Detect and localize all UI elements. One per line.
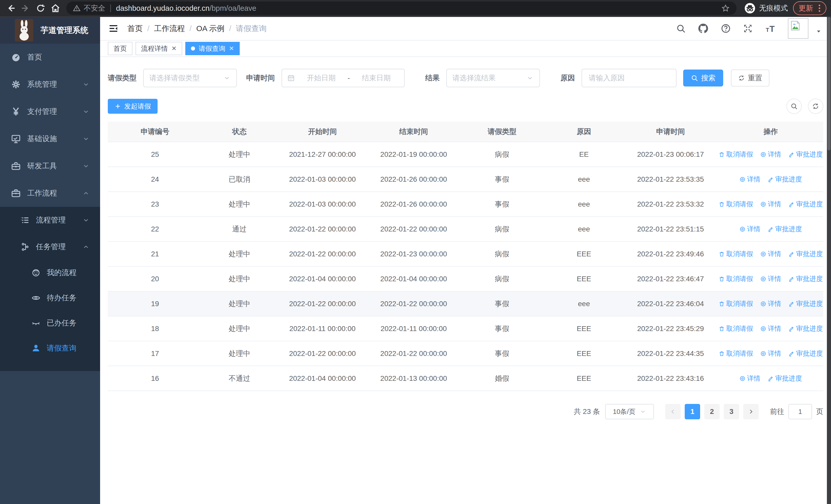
detail-action-link[interactable]: 详情: [760, 349, 781, 358]
address-bar[interactable]: 不安全 dashboard.yudao.iocoder.cn /bpm/oa/l…: [66, 2, 737, 15]
browser-home-button[interactable]: [49, 2, 62, 15]
progress-action-link[interactable]: 审批进度: [789, 324, 823, 333]
progress-action-link[interactable]: 审批进度: [789, 274, 823, 283]
breadcrumb-item[interactable]: OA 示例: [196, 23, 225, 34]
avatar-dropdown-caret-icon[interactable]: [815, 28, 822, 35]
cancel-action-link[interactable]: 取消请假: [719, 200, 753, 209]
page-button-2[interactable]: 2: [704, 404, 720, 419]
fullscreen-icon[interactable]: [743, 23, 753, 34]
detail-action-link[interactable]: 详情: [739, 175, 761, 184]
window-scrollbar[interactable]: [827, 17, 831, 504]
page-button-3[interactable]: 3: [724, 404, 739, 419]
cancel-action-link[interactable]: 取消请假: [719, 274, 753, 283]
sidebar-item-task-mgmt[interactable]: 任务管理: [0, 234, 100, 260]
sidebar-item-label: 支付管理: [27, 107, 57, 117]
sidebar-item-process-mgmt[interactable]: 流程管理: [0, 207, 100, 234]
leave-type-select[interactable]: 请选择请假类型: [143, 69, 237, 87]
github-icon[interactable]: [697, 23, 709, 34]
page-size-select[interactable]: 10条/页: [605, 404, 654, 419]
next-page-button[interactable]: [743, 404, 758, 419]
refresh-table-button[interactable]: [808, 98, 823, 114]
cancel-action-link[interactable]: 取消请假: [719, 324, 753, 333]
goto-page-input[interactable]: 1: [789, 404, 812, 419]
toggle-search-button[interactable]: [786, 98, 802, 114]
progress-action-link[interactable]: 审批进度: [768, 175, 802, 184]
reason-input[interactable]: 请输入原因: [581, 69, 677, 87]
table-cell: 2022-01-26 00:00:00: [368, 175, 459, 183]
tab-流程详情[interactable]: 流程详情✕: [136, 42, 182, 55]
help-icon[interactable]: [721, 23, 731, 34]
bookmark-star-icon[interactable]: [721, 4, 730, 12]
detail-action-link[interactable]: 详情: [739, 225, 761, 234]
cancel-action-link[interactable]: 取消请假: [719, 349, 753, 358]
table-row[interactable]: 16不通过2022-01-04 00:00:002022-01-13 00:00…: [108, 366, 823, 391]
tab-请假查询[interactable]: 请假查询✕: [185, 42, 240, 55]
font-size-icon[interactable]: TT: [765, 23, 776, 34]
detail-action-link[interactable]: 详情: [760, 200, 781, 209]
cancel-action-link[interactable]: 取消请假: [719, 249, 753, 259]
table-row[interactable]: 20处理中2022-01-04 00:00:002022-01-04 00:00…: [108, 267, 823, 292]
sidebar-item-done-tasks[interactable]: 已办任务: [0, 310, 100, 336]
table-row[interactable]: 17处理中2022-01-22 00:00:002022-01-22 00:00…: [108, 341, 823, 366]
browser-reload-button[interactable]: [34, 2, 47, 15]
browser-menu-icon[interactable]: [817, 5, 822, 12]
sidebar-item-system[interactable]: 系统管理: [0, 71, 100, 98]
table-row[interactable]: 18处理中2022-01-11 00:00:002022-01-11 00:00…: [108, 317, 823, 341]
detail-action-link[interactable]: 详情: [760, 249, 781, 259]
collapse-sidebar-icon[interactable]: [108, 23, 119, 34]
sidebar-item-home[interactable]: 首页: [0, 43, 100, 71]
scrollbar-thumb[interactable]: [827, 17, 830, 150]
sidebar-item-my-process[interactable]: 我的流程: [0, 260, 100, 285]
table-row[interactable]: 25处理中2021-12-27 00:00:002022-01-19 00:00…: [108, 142, 823, 167]
tab-label: 首页: [113, 44, 127, 53]
sidebar-item-todo-tasks[interactable]: 待办任务: [0, 285, 100, 310]
breadcrumb-item[interactable]: 工作流程: [154, 23, 185, 34]
avatar[interactable]: [788, 18, 808, 39]
progress-action-link[interactable]: 审批进度: [789, 200, 823, 209]
forward-icon: [21, 3, 31, 13]
close-tab-icon[interactable]: ✕: [229, 46, 234, 52]
detail-action-link[interactable]: 详情: [760, 299, 781, 308]
detail-action-link[interactable]: 详情: [760, 324, 781, 333]
chevron-right-icon: [748, 409, 754, 415]
table-row[interactable]: 21处理中2022-01-22 00:00:002022-01-23 00:00…: [108, 242, 823, 267]
create-leave-button[interactable]: 发起请假: [108, 99, 157, 114]
search-icon[interactable]: [676, 24, 686, 33]
detail-action-link[interactable]: 详情: [739, 374, 761, 383]
browser-update-button[interactable]: 更新: [793, 1, 826, 15]
progress-action-link[interactable]: 审批进度: [768, 225, 802, 234]
prev-page-button[interactable]: [665, 404, 681, 419]
progress-action-link[interactable]: 审批进度: [789, 349, 823, 358]
sidebar-item-infra[interactable]: 基础设施: [0, 125, 100, 152]
page-button-1[interactable]: 1: [685, 404, 700, 419]
table-row[interactable]: 19处理中2022-01-22 00:00:002022-01-22 00:00…: [108, 292, 823, 317]
progress-action-link[interactable]: 审批进度: [789, 299, 823, 308]
table-row[interactable]: 24已取消2022-01-03 00:00:002022-01-26 00:00…: [108, 167, 823, 192]
tab-首页[interactable]: 首页: [108, 42, 133, 55]
cancel-action-link[interactable]: 取消请假: [719, 299, 753, 308]
detail-action-link[interactable]: 详情: [760, 150, 781, 159]
breadcrumb-item[interactable]: 首页: [127, 23, 143, 34]
sidebar-item-workflow[interactable]: 工作流程: [0, 180, 100, 207]
search-button[interactable]: 搜索: [683, 69, 723, 87]
progress-action-link[interactable]: 审批进度: [789, 150, 823, 159]
result-select[interactable]: 请选择流结果: [446, 69, 540, 87]
browser-forward-button[interactable]: [19, 2, 32, 15]
sidebar-item-label: 任务管理: [36, 242, 66, 252]
row-actions: 详情审批进度: [718, 175, 823, 184]
reset-button[interactable]: 重置: [731, 69, 769, 87]
table-row[interactable]: 23处理中2022-01-03 00:00:002022-01-26 00:00…: [108, 192, 823, 217]
close-tab-icon[interactable]: ✕: [171, 46, 177, 52]
progress-action-link[interactable]: 审批进度: [768, 374, 802, 383]
table-row[interactable]: 22通过2022-01-22 00:00:002022-01-22 00:00:…: [108, 217, 823, 242]
sidebar-item-devtools[interactable]: 研发工具: [0, 152, 100, 180]
detail-action-link[interactable]: 详情: [760, 274, 781, 283]
progress-action-link[interactable]: 审批进度: [789, 249, 823, 259]
apply-time-daterange[interactable]: 开始日期 - 结束日期: [282, 69, 405, 87]
browser-back-button[interactable]: [4, 2, 18, 15]
table-cell: 处理中: [202, 249, 277, 259]
cancel-action-link[interactable]: 取消请假: [719, 150, 753, 159]
sidebar-item-payment[interactable]: 支付管理: [0, 98, 100, 125]
action-label: 取消请假: [726, 274, 753, 283]
sidebar-item-leave-query[interactable]: 请假查询: [0, 336, 100, 361]
